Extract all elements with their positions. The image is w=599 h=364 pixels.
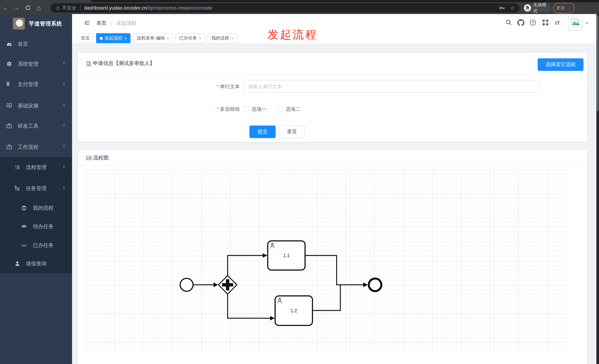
search-icon[interactable]	[505, 19, 512, 26]
eye-icon	[21, 223, 27, 229]
help-icon[interactable]: ?	[529, 19, 537, 26]
checkbox-option1-label[interactable]: 选项一	[252, 106, 267, 113]
home-icon[interactable]: ⌂	[33, 3, 44, 14]
app-logo-row[interactable]: 芋道管理系统	[0, 17, 72, 30]
sidebar-item-todo-tasks[interactable]: 待办任务	[0, 219, 72, 234]
breadcrumb-home[interactable]: 首页	[97, 20, 106, 26]
bpmn-canvas[interactable]: 1.1 1.2	[86, 169, 567, 352]
close-icon[interactable]: ×	[199, 36, 201, 41]
chevron-down-icon: ∨	[62, 60, 65, 65]
list-icon	[14, 164, 20, 170]
card-header: 流程图	[78, 150, 587, 166]
avatar[interactable]	[568, 16, 583, 31]
sidebar-item-infrastructure[interactable]: 基础设施 ∨	[0, 98, 72, 113]
yen-icon: ¥	[6, 81, 12, 87]
url-host[interactable]: dashboard.yudao.iocoder.cn	[84, 5, 147, 11]
tab-label: 流程表单-编辑	[137, 35, 165, 41]
form-card-title: 申请信息【测试多审批人】	[93, 60, 155, 67]
card-header: 申请信息【测试多审批人】 选择其它流程	[78, 53, 587, 75]
bookmark-star-icon[interactable]: ☆	[510, 5, 515, 11]
submit-button[interactable]: 提交	[249, 126, 276, 138]
eye-closed-icon	[21, 242, 27, 248]
single-line-text-input[interactable]	[244, 80, 540, 93]
sidebar-item-leave-query[interactable]: 请假查询	[0, 256, 72, 271]
app-title: 芋道管理系统	[29, 20, 62, 27]
github-icon[interactable]	[517, 19, 524, 26]
close-icon[interactable]: ×	[124, 36, 127, 41]
breadcrumb: 首页 / 发起流程	[97, 20, 137, 26]
sidebar-item-workflow[interactable]: 工作流程 ∧	[0, 140, 72, 154]
dashboard-icon	[6, 41, 12, 47]
sidebar-item-label: 流程管理	[26, 163, 47, 171]
end-event[interactable]	[369, 279, 381, 291]
scrollbar-thumb[interactable]	[597, 15, 599, 111]
task-label: 1.2	[291, 308, 297, 313]
sidebar-item-process-management[interactable]: 流程管理 ∨	[0, 160, 72, 175]
sidebar-item-label: 基础设施	[18, 102, 38, 109]
font-size-icon[interactable]: tT	[554, 19, 561, 26]
broken-image-icon	[570, 17, 581, 26]
user-task-1-2[interactable]: 1.2	[275, 296, 312, 325]
svg-text:?: ?	[532, 20, 534, 25]
card-title-row: 流程图	[86, 155, 109, 161]
sidebar-item-label: 研发工具	[18, 122, 38, 130]
user-task-1-1[interactable]: 1.1	[268, 241, 305, 270]
reload-icon[interactable]	[22, 2, 33, 14]
security-warning-icon: ⚠	[56, 5, 60, 11]
sidebar-item-system[interactable]: 系统管理 ∨	[0, 57, 72, 71]
url-bar[interactable]: ⚠ 不安全 dashboard.yudao.iocoder.cn /bpm/pr…	[51, 3, 520, 13]
checkbox-option2[interactable]	[278, 106, 283, 111]
task-label: 1.1	[283, 253, 290, 258]
avatar-caret-icon[interactable]: ▾	[586, 21, 588, 25]
sidebar-item-label: 系统管理	[18, 60, 38, 68]
password-key-icon[interactable]	[499, 5, 505, 11]
choose-other-process-button[interactable]: 选择其它流程	[538, 58, 583, 71]
browser-window: ← → ⌂ ⚠ 不安全 dashboard.yudao.iocoder.cn /…	[0, 0, 599, 364]
kebab-menu-icon[interactable]: ⋮	[567, 5, 572, 11]
monitor-icon	[6, 103, 12, 109]
start-event[interactable]	[180, 278, 193, 291]
url-path[interactable]: /bpm/process-instance/create	[147, 5, 212, 11]
close-icon[interactable]: ×	[167, 36, 169, 41]
fullscreen-icon[interactable]	[542, 19, 549, 26]
parallel-gateway[interactable]	[218, 276, 237, 294]
incognito-icon	[524, 4, 531, 11]
chrome-update-button[interactable]: 更新 ⋮	[553, 3, 575, 13]
scrollbar[interactable]	[596, 14, 599, 364]
back-icon[interactable]: ←	[0, 3, 11, 14]
card-title-row: 申请信息【测试多审批人】	[86, 60, 155, 67]
security-label[interactable]: 不安全	[62, 5, 76, 11]
forward-icon[interactable]: →	[11, 3, 22, 14]
user-icon	[14, 261, 20, 267]
chevron-up-icon: ∧	[62, 144, 65, 148]
checkbox-option2-label[interactable]: 选项二	[286, 106, 301, 113]
sidebar-item-payment[interactable]: ¥ 支付管理 ∨	[0, 77, 72, 92]
document-icon	[86, 61, 91, 66]
breadcrumb-separator: /	[111, 20, 112, 26]
close-icon[interactable]: ×	[231, 36, 234, 41]
tab-done-tasks[interactable]: 已办任务 ×	[176, 33, 205, 43]
sidebar-item-my-process[interactable]: 我的流程	[0, 201, 72, 215]
update-label[interactable]: 更新	[556, 5, 565, 11]
app-logo	[13, 18, 25, 30]
tab-process-form-edit[interactable]: 流程表单-编辑 ×	[133, 33, 173, 43]
fold-sidebar-icon[interactable]	[84, 20, 90, 26]
sidebar: 芋道管理系统 首页	[0, 14, 72, 364]
sidebar-item-home[interactable]: 首页	[0, 37, 72, 51]
browser-chrome: ← → ⌂ ⚠ 不安全 dashboard.yudao.iocoder.cn /…	[0, 0, 599, 14]
incognito-badge: 无痕模式	[523, 3, 551, 13]
toolbox-icon	[6, 123, 12, 129]
tab-create-process[interactable]: 发起流程 ×	[96, 33, 131, 43]
picture-icon	[86, 155, 92, 161]
reset-button[interactable]: 重置	[279, 126, 305, 138]
browser-toolbar: ← → ⌂ ⚠ 不安全 dashboard.yudao.iocoder.cn /…	[0, 2, 599, 14]
sidebar-item-done-tasks[interactable]: 已办任务	[0, 238, 72, 253]
sidebar-item-label: 任务管理	[26, 185, 47, 192]
gear-icon	[6, 61, 12, 67]
tab-home[interactable]: 首页	[77, 33, 94, 43]
sidebar-item-task-management[interactable]: 任务管理 ∧	[0, 181, 72, 196]
sidebar-item-devtools[interactable]: 研发工具 ∨	[0, 119, 72, 133]
tab-my-process[interactable]: 我的流程 ×	[208, 33, 237, 43]
checkbox-option1[interactable]	[244, 106, 249, 111]
browser-active-tab[interactable]	[0, 0, 92, 2]
